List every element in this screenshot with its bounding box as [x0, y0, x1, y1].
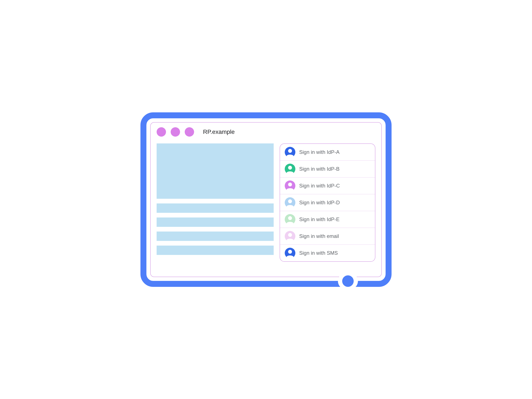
- signin-option-4[interactable]: Sign in with IdP-E: [280, 211, 375, 228]
- user-icon: [285, 164, 295, 174]
- signin-option-6[interactable]: Sign in with SMS: [280, 245, 375, 261]
- user-icon: [285, 248, 295, 258]
- browser-window: RP.example Sign in with IdP-ASign in wit…: [150, 122, 382, 277]
- signin-option-1[interactable]: Sign in with IdP-B: [280, 161, 375, 177]
- text-placeholder-1: [157, 203, 274, 213]
- svg-point-19: [288, 199, 292, 203]
- svg-point-14: [288, 183, 292, 186]
- user-icon: [285, 214, 295, 225]
- signin-label: Sign in with email: [299, 233, 339, 239]
- traffic-lights: [157, 127, 194, 137]
- svg-point-34: [288, 250, 292, 254]
- signin-label: Sign in with IdP-C: [299, 183, 340, 189]
- signin-option-2[interactable]: Sign in with IdP-C: [280, 177, 375, 194]
- user-icon: [285, 197, 295, 208]
- signin-label: Sign in with IdP-A: [299, 149, 339, 155]
- main-area: [157, 143, 274, 271]
- page-content: Sign in with IdP-ASign in with IdP-BSign…: [151, 141, 381, 277]
- traffic-light-maximize[interactable]: [185, 127, 194, 137]
- traffic-light-minimize[interactable]: [171, 127, 180, 137]
- device-frame: RP.example Sign in with IdP-ASign in wit…: [140, 112, 392, 287]
- signin-label: Sign in with SMS: [299, 250, 338, 256]
- user-icon: [285, 180, 295, 191]
- signin-label: Sign in with IdP-B: [299, 166, 339, 172]
- signin-label: Sign in with IdP-E: [299, 216, 339, 222]
- signin-option-0[interactable]: Sign in with IdP-A: [280, 144, 375, 161]
- svg-point-29: [288, 233, 292, 237]
- signin-label: Sign in with IdP-D: [299, 200, 340, 206]
- text-placeholder-4: [157, 246, 274, 255]
- signin-panel: Sign in with IdP-ASign in with IdP-BSign…: [280, 143, 375, 262]
- address-bar[interactable]: RP.example: [203, 128, 235, 135]
- signin-option-5[interactable]: Sign in with email: [280, 228, 375, 245]
- svg-point-24: [288, 216, 292, 220]
- user-icon: [285, 231, 295, 241]
- hero-placeholder: [157, 143, 274, 199]
- signin-option-3[interactable]: Sign in with IdP-D: [280, 194, 375, 211]
- text-placeholder-2: [157, 217, 274, 227]
- svg-point-4: [288, 149, 292, 153]
- user-icon: [285, 147, 295, 158]
- text-placeholder-3: [157, 232, 274, 241]
- traffic-light-close[interactable]: [157, 127, 166, 137]
- svg-point-9: [288, 166, 292, 170]
- titlebar: RP.example: [151, 123, 381, 141]
